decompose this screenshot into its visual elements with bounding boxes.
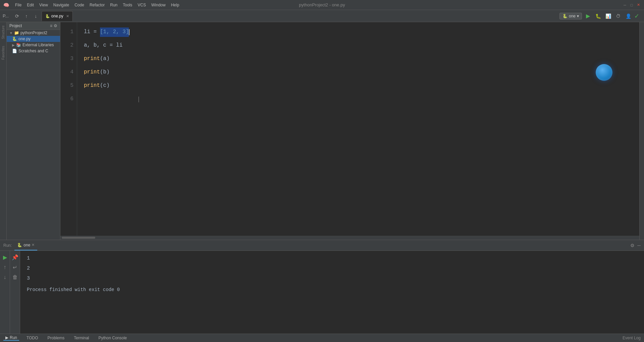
right-gutter [639, 22, 644, 240]
run-left-tools: ▶ ↑ ↓ [0, 251, 10, 334]
minimize-button[interactable]: ─ [623, 3, 627, 7]
menu-navigate[interactable]: Navigate [51, 2, 71, 8]
status-tab-problems[interactable]: Problems [45, 336, 66, 340]
trash-button[interactable]: 🗑 [11, 274, 19, 281]
python-console-label: Python Console [99, 336, 127, 340]
status-tab-terminal[interactable]: Terminal [72, 336, 91, 340]
todo-label: TODO [26, 336, 38, 340]
close-button[interactable]: ✕ [636, 3, 641, 7]
wrap-button[interactable]: ↵ [11, 264, 19, 271]
run-output: 1 2 3 Process finished with exit code 0 [20, 251, 644, 334]
process-finished-msg: Process finished with exit code 0 [27, 287, 637, 292]
favorites-label[interactable]: Favorites [1, 46, 5, 60]
code-punc-a: (a) [100, 55, 110, 63]
tree-item-one-py[interactable]: 🐍 one.py [7, 36, 60, 42]
lib-icon: 📚 [16, 43, 21, 47]
run-minimize-icon[interactable]: ─ [637, 243, 641, 248]
menu-view[interactable]: View [37, 2, 50, 8]
menu-tools[interactable]: Tools [121, 2, 134, 8]
run-tab-one[interactable]: 🐍 one ✕ [14, 240, 37, 250]
run-settings-icon[interactable]: ⚙ [630, 243, 635, 248]
text-cursor [129, 29, 129, 35]
toolbar: P... ⟳ ↑ ↓ 🐍 one.py ✕ 🐍 one ▾ ▶ 🐛 📊 ⏱ 👤 … [0, 10, 644, 22]
tree-item-project[interactable]: ▼ 📁 pythonProject2 [7, 30, 60, 36]
tree-header-icons: ≡ ⚙ [50, 23, 57, 28]
menu-edit[interactable]: Edit [25, 2, 36, 8]
code-line-1: li = [1, 2, 3] [84, 25, 633, 39]
editor-scrollbar[interactable] [60, 236, 639, 240]
code-cursor-line6: │ [138, 96, 141, 103]
collapse-all-icon[interactable]: ≡ [50, 23, 52, 28]
tab-close-button[interactable]: ✕ [66, 14, 69, 18]
menu-vcs[interactable]: VCS [136, 2, 148, 8]
menu-run[interactable]: Run [108, 2, 119, 8]
run-button[interactable]: ▶ [584, 12, 592, 20]
run-config-selector[interactable]: 🐍 one ▾ [559, 13, 582, 19]
scratches-icon: 📄 [12, 49, 17, 53]
left-strip: Structure Favorites [0, 22, 7, 240]
code-line-6: │ [84, 93, 633, 106]
menu-help[interactable]: Help [169, 2, 181, 8]
tab-one-py[interactable]: 🐍 one.py ✕ [42, 11, 73, 21]
scroll-up-button[interactable]: ↑ [1, 264, 9, 271]
run-status-label: Run [10, 335, 17, 340]
structure-label[interactable]: Structure [1, 25, 5, 39]
code-fn-print3: print [84, 81, 100, 90]
code-line-4: print (b) [84, 66, 633, 79]
sync-button[interactable]: ⟳ [13, 12, 21, 20]
tree-header: Project ≡ ⚙ [7, 22, 60, 30]
scrollbar-thumb[interactable] [62, 237, 95, 239]
coverage-button[interactable]: 📊 [604, 12, 612, 20]
scratches-label: Scratches and C [18, 49, 48, 53]
output-line-2: 2 [27, 264, 637, 274]
output-line-3: 3 [27, 274, 637, 284]
menu-refactor[interactable]: Refactor [88, 2, 107, 8]
scroll-down-button[interactable]: ↓ [1, 274, 9, 281]
run-side-tools: 📌 ↵ 🗑 [10, 251, 20, 334]
menu-file[interactable]: File [13, 2, 23, 8]
titlebar: 🧠 File Edit View Navigate Code Refactor … [0, 0, 644, 10]
arrow-down-button[interactable]: ↓ [32, 12, 40, 20]
settings-icon[interactable]: ⚙ [54, 23, 57, 28]
profile-button[interactable]: ⏱ [614, 12, 622, 20]
python-file-icon: 🐍 [45, 14, 50, 18]
code-punc-eq1: = [90, 28, 100, 37]
collapsed-arrow-icon: ▶ [12, 43, 15, 47]
folder-icon: 📁 [14, 31, 19, 35]
menu-code[interactable]: Code [72, 2, 86, 8]
tree-item-external-libs[interactable]: ▶ 📚 External Libraries [7, 42, 60, 48]
vcs-button[interactable]: 👤 [624, 12, 632, 20]
vcs-checkmark-icon: ✓ [634, 12, 639, 20]
event-log-label[interactable]: Event Log [623, 336, 641, 340]
maximize-button[interactable]: □ [629, 3, 634, 7]
pin-button[interactable]: 📌 [11, 253, 19, 261]
run-label: Run: [3, 243, 12, 248]
run-config-label: one [569, 14, 576, 18]
run-again-button[interactable]: ▶ [1, 253, 9, 261]
statusbar: ▶ Run TODO Problems Terminal Python Cons… [0, 334, 644, 342]
status-right: Event Log [623, 336, 641, 340]
code-selected-list: [1, 2, 3] [100, 27, 129, 37]
status-tab-run[interactable]: ▶ Run [3, 335, 19, 341]
code-content[interactable]: li = [1, 2, 3] a, b, c = li print (a) [77, 22, 639, 236]
tree-item-scratches[interactable]: 📄 Scratches and C [7, 48, 60, 54]
code-fn-print2: print [84, 68, 100, 77]
code-fn-print1: print [84, 55, 100, 63]
project-tree: Project ≡ ⚙ ▼ 📁 pythonProject2 🐍 one.py … [7, 22, 60, 240]
problems-label: Problems [47, 336, 64, 340]
project-name-label: P... [3, 13, 9, 18]
code-punc-b: (b) [100, 68, 110, 77]
expand-arrow-icon: ▼ [9, 31, 13, 35]
menu-window[interactable]: Window [149, 2, 168, 8]
run-tab-close[interactable]: ✕ [32, 243, 35, 247]
code-editor[interactable]: 1 2 3 4 5 6 li = [1, 2, 3] a, b, c = [60, 22, 639, 236]
line-numbers: 1 2 3 4 5 6 [60, 22, 77, 236]
arrow-up-button[interactable]: ↑ [23, 12, 30, 20]
code-punc-eq2: = [106, 41, 116, 50]
file-label: one.py [18, 37, 31, 41]
debug-button[interactable]: 🐛 [594, 12, 602, 20]
status-tab-todo[interactable]: TODO [24, 336, 40, 340]
run-tab-icon: 🐍 [17, 243, 22, 247]
python-icon: 🐍 [12, 37, 17, 41]
status-tab-python-console[interactable]: Python Console [97, 336, 129, 340]
